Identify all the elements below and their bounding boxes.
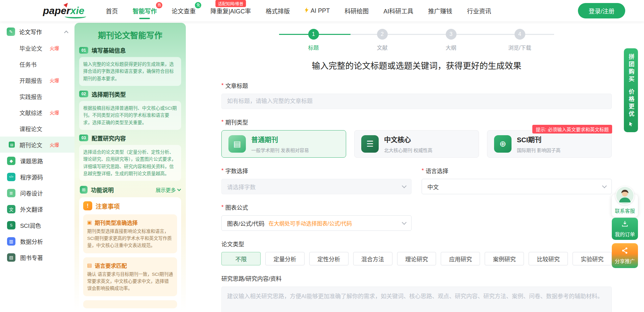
sidebar-item-label: 任务书 bbox=[19, 60, 37, 68]
download-icon bbox=[621, 220, 629, 228]
nav-item-sci-drawing[interactable]: 科研绘图 bbox=[344, 6, 369, 15]
nav-item-smart-writing[interactable]: 智能写作 热 bbox=[132, 6, 157, 15]
step-number-badge: 01 bbox=[79, 47, 88, 54]
sidebar-item-label: 图书专著 bbox=[20, 253, 43, 262]
paper-type-mixed[interactable]: 混合方法 bbox=[353, 252, 392, 265]
nav-item-ai-ppt[interactable]: AI PPT bbox=[305, 7, 330, 14]
nav-item-promotion[interactable]: 推广赚钱 bbox=[428, 6, 452, 15]
my-orders-button[interactable]: 我的订单 bbox=[612, 218, 638, 240]
sidebar-group-paper-writing[interactable]: ✎ 论文写作 bbox=[0, 23, 74, 40]
sidebar-item-sci-polish[interactable]: S SCI润色 bbox=[0, 217, 74, 233]
paper-type-qualitative[interactable]: 定性分析 bbox=[309, 252, 348, 265]
sidebar-item-data-analysis[interactable]: ▥ 数据分析 bbox=[0, 233, 74, 249]
guide-title: 期刊论文智能写作 bbox=[79, 29, 181, 41]
paper-type-applied[interactable]: 应用研究 bbox=[441, 252, 480, 265]
select-value: 图表/公式/代码 bbox=[227, 219, 264, 227]
bar-chart-icon: ▥ bbox=[7, 237, 15, 246]
sidebar-item-source-code[interactable]: </> 程序源码 bbox=[0, 169, 74, 185]
chevron-down-icon bbox=[402, 183, 407, 188]
show-more-link[interactable]: 展示更多 bbox=[156, 186, 180, 193]
nav-item-plagiarism-check[interactable]: 论文查重 免 bbox=[171, 6, 196, 15]
article-title-input[interactable] bbox=[221, 94, 612, 109]
progress-step-title[interactable]: 1 标题 bbox=[279, 29, 348, 51]
nav-item-label: 科研绘图 bbox=[344, 6, 369, 15]
sidebar-item-label: 实践报告 bbox=[19, 92, 42, 101]
compat-badge: 适配知网/维普 bbox=[215, 0, 246, 7]
paper-type-field: 论文类型 不限 定量分析 定性分析 混合方法 理论研究 应用研究 案例研究 比较… bbox=[221, 240, 612, 265]
sidebar-item-label: 开题报告 bbox=[19, 76, 42, 85]
progress-step-download[interactable]: 4 浏览/下载 bbox=[485, 29, 554, 51]
chevron-down-icon bbox=[402, 220, 407, 224]
notice-title: 注意事项 bbox=[96, 202, 120, 210]
nav-item-ai-tools[interactable]: AI科研工具 bbox=[383, 6, 413, 15]
login-register-button[interactable]: 登录/注册 bbox=[578, 3, 625, 18]
step-circle: 2 bbox=[377, 29, 388, 40]
step-description: 选择适合的论文类型（定量分析、定性分析、理论研究、应用研究等），设置图片公式要求… bbox=[79, 145, 181, 181]
nav-item-label: 格式排版 bbox=[266, 6, 290, 15]
language-select[interactable]: 中文 bbox=[422, 179, 612, 194]
journal-card-chinese-core[interactable]: ☰ 中文核心 北大核心期刊 权威性高 bbox=[354, 130, 479, 158]
paper-type-unlimited[interactable]: 不限 bbox=[221, 252, 261, 265]
sidebar-item-graduation-thesis[interactable]: 毕业论文 火爆 bbox=[0, 40, 74, 56]
chart-formula-select[interactable]: 图表/公式/代码 在大纲处可手动选择图表/公式/代码 bbox=[221, 215, 412, 231]
customer-service-widget[interactable]: 联系客服 bbox=[612, 194, 638, 217]
journal-card-general[interactable]: ▤ 普通期刊 一般学术期刊 发表相对容易 bbox=[221, 130, 346, 158]
sidebar-item-label: 课题思路 bbox=[20, 157, 43, 165]
code-icon: </> bbox=[7, 173, 15, 181]
nav-item-industry-news[interactable]: 行业资讯 bbox=[467, 6, 491, 15]
nav-item-label: AI科研工具 bbox=[383, 6, 413, 15]
show-more-label: 展示更多 bbox=[156, 186, 176, 193]
nav-item-reduce-aigc[interactable]: 降重复|AIGC率 适配知网/维普 bbox=[210, 6, 251, 15]
step-title: 配置研究内容 bbox=[92, 134, 126, 142]
paper-type-theoretical[interactable]: 理论研究 bbox=[397, 252, 436, 265]
paper-type-comparative[interactable]: 比较研究 bbox=[529, 252, 568, 265]
grid-icon: ⊞ bbox=[80, 186, 88, 194]
nav-item-label: 降重复|AIGC率 bbox=[210, 6, 251, 15]
journal-type-field: * 期刊类型 ▤ 普通期刊 一般学术期刊 发表相对容易 ☰ 中文核心 bbox=[221, 118, 612, 158]
group-buy-text-1: 拼团购买 bbox=[627, 54, 635, 83]
sidebar-item-task-book[interactable]: 任务书 bbox=[0, 56, 74, 72]
group-buy-text-2: 价格更优 bbox=[627, 89, 635, 118]
share-promotion-button[interactable]: 分享推广 bbox=[612, 243, 638, 268]
sidebar-item-label: SCI润色 bbox=[20, 221, 41, 229]
warning-icon: ! bbox=[83, 201, 92, 210]
word-count-select[interactable]: 请选择字数 bbox=[221, 179, 412, 194]
sidebar-item-book-monograph[interactable]: ▤ 图书专著 bbox=[0, 249, 74, 265]
journal-card-sci[interactable]: 提示: 必须输入英文要求和英文标题 ⊕ SCI期刊 国际期刊 影响因子高 bbox=[487, 130, 612, 158]
research-textarea[interactable] bbox=[221, 287, 612, 312]
sidebar-item-course-paper[interactable]: 课程论文 bbox=[0, 120, 74, 137]
card-name: 中文核心 bbox=[384, 135, 432, 144]
group-buy-banner[interactable]: 拼团购买 价格更优 bbox=[624, 48, 638, 132]
required-asterisk: * bbox=[221, 119, 224, 125]
brand-logo[interactable]: paper xie bbox=[43, 5, 84, 16]
nav-item-label: AI PPT bbox=[311, 7, 330, 14]
sidebar-item-questionnaire[interactable]: ≣ 问卷设计 bbox=[0, 185, 74, 201]
progress-step-outline[interactable]: 3 大纲 bbox=[417, 29, 485, 51]
lightning-icon bbox=[305, 7, 309, 14]
paper-type-experimental[interactable]: 实验研究 bbox=[573, 252, 612, 265]
nav-item-label: 推广赚钱 bbox=[428, 6, 452, 15]
chevron-down-icon bbox=[177, 187, 181, 191]
progress-step-literature[interactable]: 2 文献 bbox=[348, 29, 417, 51]
paper-type-case-study[interactable]: 案例研究 bbox=[485, 252, 524, 265]
journal-doc-icon: ▤ bbox=[228, 135, 246, 153]
nav-item-home[interactable]: 首页 bbox=[106, 6, 118, 15]
nav-item-format[interactable]: 格式排版 bbox=[266, 6, 290, 15]
document-icon: ▤ bbox=[9, 142, 15, 148]
sci-icon: S bbox=[7, 221, 15, 229]
step-number-badge: 02 bbox=[79, 91, 88, 97]
orders-label: 我的订单 bbox=[615, 230, 635, 238]
field-label: 图表公式 bbox=[225, 203, 248, 211]
list-icon: ☰ bbox=[361, 135, 379, 153]
paper-type-quantitative[interactable]: 定量分析 bbox=[265, 252, 305, 265]
features-title: 功能说明 bbox=[91, 186, 114, 194]
sidebar-item-topic-ideas[interactable]: ◆ 课题思路 bbox=[0, 153, 74, 169]
active-underline bbox=[139, 18, 150, 19]
guide-step-2: 02 选择期刊类型 根据投稿目标选择普通期刊、中文核心或SCI期刊。不同类型对应… bbox=[79, 90, 181, 130]
sidebar-item-literature-review[interactable]: 文献综述 火爆 bbox=[0, 104, 74, 120]
sidebar-item-journal-paper[interactable]: ▤ 期刊论文 火爆 bbox=[0, 137, 74, 153]
sidebar-item-proposal-report[interactable]: 开题报告 火爆 bbox=[0, 72, 74, 88]
translate-icon: 文 bbox=[7, 205, 15, 213]
sidebar-item-foreign-translation[interactable]: 文 外文翻译 bbox=[0, 201, 74, 217]
sidebar-item-practice-report[interactable]: 实践报告 bbox=[0, 88, 74, 104]
